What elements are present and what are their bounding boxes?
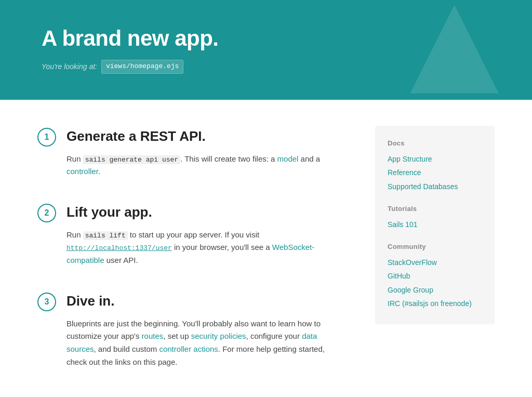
step-2: 2 Lift your app. Run sails lift to start… xyxy=(37,202,344,267)
watermark-icon xyxy=(392,0,516,99)
google-group-link[interactable]: Google Group xyxy=(388,284,482,296)
sidebar-section-tutorials: Tutorials Sails 101 xyxy=(388,204,482,230)
step-3-description: Blueprints are just the beginning. You'l… xyxy=(66,317,344,369)
step-2-body: Lift your app. Run sails lift to start u… xyxy=(66,202,344,267)
step-2-code: sails lift xyxy=(83,231,128,240)
step-1: 1 Generate a REST API. Run sails generat… xyxy=(37,126,344,178)
irc-link[interactable]: IRC (#sailsjs on freenode) xyxy=(388,298,482,309)
step-number-2: 2 xyxy=(37,204,56,222)
model-link[interactable]: model xyxy=(277,154,299,163)
step-number-3: 3 xyxy=(37,293,56,311)
sidebar-section-community: Community StackOverFlow GitHub Google Gr… xyxy=(388,242,482,309)
routes-link[interactable]: routes xyxy=(142,332,164,340)
security-link[interactable]: security policies xyxy=(191,332,246,340)
step-1-code: sails generate api user xyxy=(83,155,180,164)
controller-actions-link[interactable]: controller actions xyxy=(159,345,218,353)
github-link[interactable]: GitHub xyxy=(388,270,482,282)
step-3-heading: Dive in. xyxy=(66,290,344,312)
supported-databases-link[interactable]: Supported Databases xyxy=(388,181,482,192)
sidebar-section-docs: Docs App Structure Reference Supported D… xyxy=(388,138,482,192)
page-header: A brand new app. You're looking at: view… xyxy=(0,0,532,100)
steps-column: 1 Generate a REST API. Run sails generat… xyxy=(37,126,344,392)
sidebar-card: Docs App Structure Reference Supported D… xyxy=(375,126,495,324)
step-3-body: Dive in. Blueprints are just the beginni… xyxy=(66,290,344,369)
file-path: views/homepage.ejs xyxy=(101,60,183,74)
step-1-heading: Generate a REST API. xyxy=(66,126,344,148)
sails-101-link[interactable]: Sails 101 xyxy=(388,219,482,230)
step-3: 3 Dive in. Blueprints are just the begin… xyxy=(37,290,344,369)
localhost-link[interactable]: http://localhost:1337/user xyxy=(66,243,172,254)
controller-link-1[interactable]: controller xyxy=(66,167,98,176)
step-1-body: Generate a REST API. Run sails generate … xyxy=(66,126,344,178)
step-2-description: Run sails lift to start up your app serv… xyxy=(66,229,344,267)
docs-section-title: Docs xyxy=(388,138,482,149)
main-content: 1 Generate a REST API. Run sails generat… xyxy=(17,100,515,397)
step-2-heading: Lift your app. xyxy=(66,202,344,223)
subtitle-label: You're looking at: xyxy=(42,61,97,72)
community-section-title: Community xyxy=(388,242,482,253)
tutorials-section-title: Tutorials xyxy=(388,204,482,215)
step-1-description: Run sails generate api user. This will c… xyxy=(66,153,344,179)
step-number-1: 1 xyxy=(37,128,56,147)
app-structure-link[interactable]: App Structure xyxy=(388,153,482,165)
sidebar: Docs App Structure Reference Supported D… xyxy=(375,126,495,392)
reference-link[interactable]: Reference xyxy=(388,167,482,178)
stackoverflow-link[interactable]: StackOverFlow xyxy=(388,257,482,268)
